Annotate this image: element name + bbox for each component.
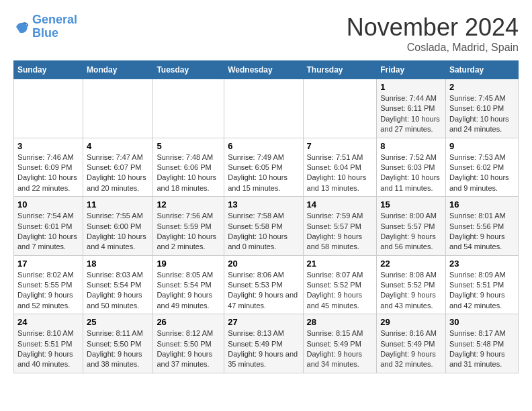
day-number: 17 [17,259,79,269]
calendar-cell [303,79,377,138]
calendar-cell: 28Sunrise: 8:15 AM Sunset: 5:49 PM Dayli… [303,314,377,373]
day-info: Sunrise: 8:11 AM Sunset: 5:50 PM Dayligh… [87,328,149,370]
day-number: 14 [307,199,373,210]
day-info: Sunrise: 8:15 AM Sunset: 5:49 PM Dayligh… [307,328,373,370]
calendar-cell: 9Sunrise: 7:53 AM Sunset: 6:02 PM Daylig… [445,138,518,197]
calendar-cell: 25Sunrise: 8:11 AM Sunset: 5:50 PM Dayli… [83,314,153,373]
day-number: 27 [228,317,299,327]
logo-icon [13,19,30,35]
day-info: Sunrise: 7:52 AM Sunset: 6:03 PM Dayligh… [380,152,442,194]
day-info: Sunrise: 7:49 AM Sunset: 6:05 PM Dayligh… [228,152,299,194]
day-number: 11 [87,199,149,210]
weekday-header: Tuesday [153,61,224,79]
calendar-cell: 1Sunrise: 7:44 AM Sunset: 6:11 PM Daylig… [377,79,446,138]
day-info: Sunrise: 8:03 AM Sunset: 5:54 PM Dayligh… [87,270,149,312]
calendar-cell: 11Sunrise: 7:55 AM Sunset: 6:00 PM Dayli… [83,197,153,256]
day-info: Sunrise: 8:00 AM Sunset: 5:57 PM Dayligh… [380,211,442,253]
calendar-cell: 10Sunrise: 7:54 AM Sunset: 6:01 PM Dayli… [14,197,83,256]
calendar-header-row: SundayMondayTuesdayWednesdayThursdayFrid… [14,61,519,79]
calendar-cell: 27Sunrise: 8:13 AM Sunset: 5:49 PM Dayli… [224,314,303,373]
calendar-cell: 13Sunrise: 7:58 AM Sunset: 5:58 PM Dayli… [224,197,303,256]
calendar-cell: 15Sunrise: 8:00 AM Sunset: 5:57 PM Dayli… [377,197,446,256]
day-number: 22 [380,259,442,269]
day-info: Sunrise: 8:06 AM Sunset: 5:53 PM Dayligh… [228,270,299,312]
calendar-cell: 4Sunrise: 7:47 AM Sunset: 6:07 PM Daylig… [83,138,153,197]
day-number: 10 [17,199,79,210]
calendar-cell: 3Sunrise: 7:46 AM Sunset: 6:09 PM Daylig… [14,138,83,197]
day-info: Sunrise: 8:05 AM Sunset: 5:54 PM Dayligh… [157,270,220,312]
page-header: General Blue November 2024 Coslada, Madr… [13,13,519,54]
day-number: 30 [449,317,515,327]
day-number: 28 [307,317,373,327]
logo-text: General Blue [32,13,77,40]
calendar-cell: 12Sunrise: 7:56 AM Sunset: 5:59 PM Dayli… [153,197,224,256]
day-number: 4 [87,141,149,151]
logo-blue: Blue [32,26,58,40]
day-number: 29 [380,317,442,327]
day-info: Sunrise: 8:12 AM Sunset: 5:50 PM Dayligh… [157,328,220,370]
calendar-cell: 24Sunrise: 8:10 AM Sunset: 5:51 PM Dayli… [14,314,83,373]
logo: General Blue [13,13,77,40]
day-number: 7 [307,141,373,151]
calendar-table: SundayMondayTuesdayWednesdayThursdayFrid… [13,60,519,373]
day-number: 19 [157,259,220,269]
weekday-header: Wednesday [224,61,303,79]
calendar-cell: 26Sunrise: 8:12 AM Sunset: 5:50 PM Dayli… [153,314,224,373]
title-block: November 2024 Coslada, Madrid, Spain [347,13,519,54]
day-number: 20 [228,259,299,269]
weekday-header: Thursday [303,61,377,79]
calendar-cell [224,79,303,138]
day-info: Sunrise: 7:51 AM Sunset: 6:04 PM Dayligh… [307,152,373,194]
day-number: 5 [157,141,220,151]
day-info: Sunrise: 7:54 AM Sunset: 6:01 PM Dayligh… [17,211,79,253]
day-info: Sunrise: 7:46 AM Sunset: 6:09 PM Dayligh… [17,152,79,194]
day-info: Sunrise: 8:01 AM Sunset: 5:56 PM Dayligh… [449,211,515,253]
day-info: Sunrise: 7:53 AM Sunset: 6:02 PM Dayligh… [449,152,515,194]
calendar-week-row: 10Sunrise: 7:54 AM Sunset: 6:01 PM Dayli… [14,197,519,256]
calendar-cell: 29Sunrise: 8:16 AM Sunset: 5:49 PM Dayli… [377,314,446,373]
day-info: Sunrise: 8:08 AM Sunset: 5:52 PM Dayligh… [380,270,442,312]
weekday-header: Friday [377,61,446,79]
calendar-cell [83,79,153,138]
calendar-cell: 20Sunrise: 8:06 AM Sunset: 5:53 PM Dayli… [224,255,303,314]
month-title: November 2024 [347,13,519,42]
logo-general: General [32,13,77,26]
location-subtitle: Coslada, Madrid, Spain [347,42,519,54]
day-info: Sunrise: 8:09 AM Sunset: 5:51 PM Dayligh… [449,270,515,312]
calendar-cell: 7Sunrise: 7:51 AM Sunset: 6:04 PM Daylig… [303,138,377,197]
day-number: 18 [87,259,149,269]
calendar-cell: 8Sunrise: 7:52 AM Sunset: 6:03 PM Daylig… [377,138,446,197]
calendar-cell: 23Sunrise: 8:09 AM Sunset: 5:51 PM Dayli… [445,255,518,314]
calendar-week-row: 24Sunrise: 8:10 AM Sunset: 5:51 PM Dayli… [14,314,519,373]
calendar-week-row: 1Sunrise: 7:44 AM Sunset: 6:11 PM Daylig… [14,79,519,138]
day-info: Sunrise: 7:58 AM Sunset: 5:58 PM Dayligh… [228,211,299,253]
day-info: Sunrise: 7:55 AM Sunset: 6:00 PM Dayligh… [87,211,149,253]
weekday-header: Monday [83,61,153,79]
day-number: 21 [307,259,373,269]
calendar-cell: 17Sunrise: 8:02 AM Sunset: 5:55 PM Dayli… [14,255,83,314]
calendar-week-row: 3Sunrise: 7:46 AM Sunset: 6:09 PM Daylig… [14,138,519,197]
day-number: 24 [17,317,79,327]
day-info: Sunrise: 8:10 AM Sunset: 5:51 PM Dayligh… [17,328,79,370]
day-info: Sunrise: 7:44 AM Sunset: 6:11 PM Dayligh… [380,93,442,135]
calendar-cell [153,79,224,138]
day-number: 12 [157,199,220,210]
day-number: 2 [449,82,515,92]
day-number: 25 [87,317,149,327]
calendar-cell: 5Sunrise: 7:48 AM Sunset: 6:06 PM Daylig… [153,138,224,197]
day-number: 1 [380,82,442,92]
day-info: Sunrise: 8:02 AM Sunset: 5:55 PM Dayligh… [17,270,79,312]
calendar-cell: 2Sunrise: 7:45 AM Sunset: 6:10 PM Daylig… [445,79,518,138]
day-info: Sunrise: 7:59 AM Sunset: 5:57 PM Dayligh… [307,211,373,253]
day-number: 15 [380,199,442,210]
day-number: 8 [380,141,442,151]
weekday-header: Sunday [14,61,83,79]
day-info: Sunrise: 7:56 AM Sunset: 5:59 PM Dayligh… [157,211,220,253]
calendar-cell: 14Sunrise: 7:59 AM Sunset: 5:57 PM Dayli… [303,197,377,256]
calendar-cell: 21Sunrise: 8:07 AM Sunset: 5:52 PM Dayli… [303,255,377,314]
calendar-cell: 18Sunrise: 8:03 AM Sunset: 5:54 PM Dayli… [83,255,153,314]
day-number: 6 [228,141,299,151]
calendar-cell: 19Sunrise: 8:05 AM Sunset: 5:54 PM Dayli… [153,255,224,314]
day-info: Sunrise: 7:48 AM Sunset: 6:06 PM Dayligh… [157,152,220,194]
calendar-cell: 6Sunrise: 7:49 AM Sunset: 6:05 PM Daylig… [224,138,303,197]
